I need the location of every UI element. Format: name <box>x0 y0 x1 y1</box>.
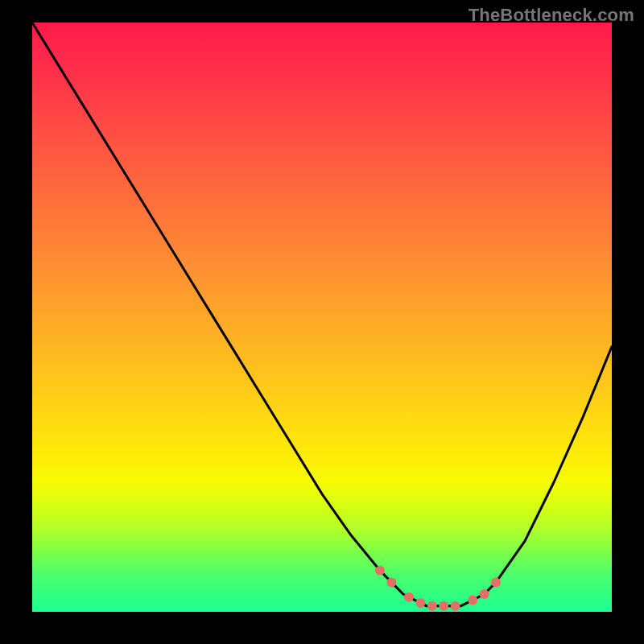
highlight-dot <box>480 589 489 599</box>
highlight-dot <box>375 566 385 576</box>
highlight-dot <box>451 601 460 611</box>
curve-svg <box>32 23 612 612</box>
chart-container: TheBottleneck.com <box>0 0 644 644</box>
highlight-dot <box>386 577 396 587</box>
highlight-dot <box>415 598 425 608</box>
highlight-dot <box>491 577 501 587</box>
data-dots <box>375 566 501 611</box>
highlight-dot <box>468 595 477 605</box>
highlight-dot <box>439 601 448 611</box>
plot-area <box>32 23 612 612</box>
highlight-dot <box>427 601 437 611</box>
highlight-dot <box>404 592 414 602</box>
bottleneck-curve <box>32 23 612 606</box>
